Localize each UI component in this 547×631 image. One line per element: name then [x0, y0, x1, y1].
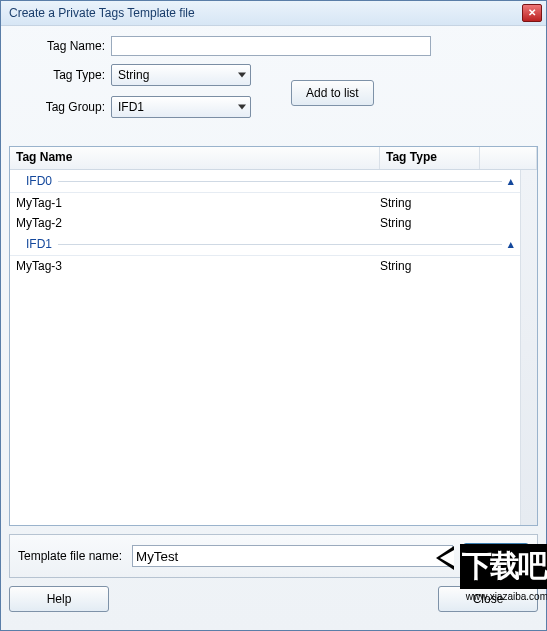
- table-header: Tag Name Tag Type: [10, 147, 537, 170]
- window-title: Create a Private Tags Template file: [5, 6, 522, 20]
- group-name: IFD0: [16, 174, 52, 188]
- tag-group-label: Tag Group:: [15, 100, 111, 114]
- tag-name-input[interactable]: [111, 36, 431, 56]
- help-button-label: Help: [47, 592, 72, 606]
- vertical-scrollbar[interactable]: [520, 170, 537, 525]
- group-row-ifd0[interactable]: IFD0 ▴: [10, 170, 520, 193]
- tag-group-value: IFD1: [118, 100, 144, 114]
- cell-tag-name: MyTag-3: [10, 259, 380, 273]
- template-file-label: Template file name:: [18, 549, 122, 563]
- add-to-list-button[interactable]: Add to list: [291, 80, 374, 106]
- close-button[interactable]: Close: [438, 586, 538, 612]
- cell-tag-name: MyTag-2: [10, 216, 380, 230]
- group-divider: [58, 181, 502, 182]
- template-area: Template file name: Create: [9, 534, 538, 578]
- cell-tag-type: String: [380, 216, 480, 230]
- title-bar: Create a Private Tags Template file ✕: [1, 1, 546, 26]
- cell-tag-type: String: [380, 259, 480, 273]
- tag-type-label: Tag Type:: [15, 68, 111, 82]
- table-row[interactable]: MyTag-1 String: [10, 193, 520, 213]
- group-divider: [58, 244, 502, 245]
- form-area: Tag Name: Tag Type: String Tag Group: IF…: [1, 26, 546, 140]
- column-header-type[interactable]: Tag Type: [380, 147, 480, 169]
- group-row-ifd1[interactable]: IFD1 ▴: [10, 233, 520, 256]
- cell-tag-type: String: [380, 196, 480, 210]
- help-button[interactable]: Help: [9, 586, 109, 612]
- dialog-window: Create a Private Tags Template file ✕ Ta…: [0, 0, 547, 631]
- create-button-label: Create: [478, 549, 514, 563]
- footer: Help Close: [1, 586, 546, 620]
- add-to-list-label: Add to list: [306, 86, 359, 100]
- close-button-label: Close: [473, 592, 504, 606]
- chevron-down-icon: [238, 73, 246, 78]
- table-row[interactable]: MyTag-3 String: [10, 256, 520, 276]
- chevron-down-icon: [238, 105, 246, 110]
- tag-group-select[interactable]: IFD1: [111, 96, 251, 118]
- collapse-icon[interactable]: ▴: [508, 238, 514, 251]
- tag-name-label: Tag Name:: [15, 39, 111, 53]
- group-name: IFD1: [16, 237, 52, 251]
- create-button[interactable]: Create: [463, 543, 529, 569]
- close-icon[interactable]: ✕: [522, 4, 542, 22]
- template-file-input[interactable]: [132, 545, 453, 567]
- collapse-icon[interactable]: ▴: [508, 175, 514, 188]
- table-row[interactable]: MyTag-2 String: [10, 213, 520, 233]
- cell-tag-name: MyTag-1: [10, 196, 380, 210]
- column-header-spacer: [480, 147, 537, 169]
- tags-table: Tag Name Tag Type IFD0 ▴ MyTag-1 String …: [9, 146, 538, 526]
- tag-type-value: String: [118, 68, 149, 82]
- table-body: IFD0 ▴ MyTag-1 String MyTag-2 String IFD…: [10, 170, 520, 525]
- tag-type-select[interactable]: String: [111, 64, 251, 86]
- column-header-name[interactable]: Tag Name: [10, 147, 380, 169]
